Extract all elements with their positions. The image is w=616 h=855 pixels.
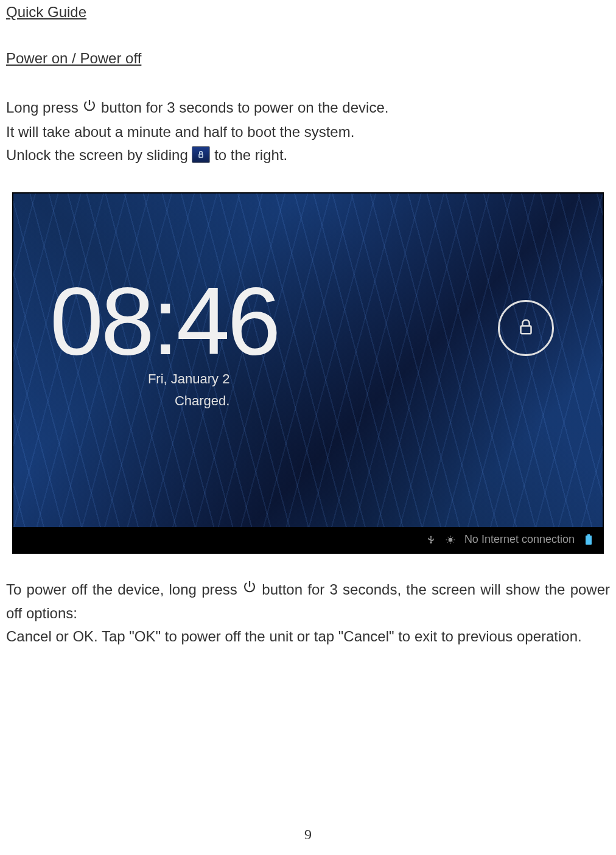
lockscreen-screenshot: 08:46 Fri, January 2 Charged. No Interne…	[12, 192, 604, 554]
page-number: 9	[0, 826, 616, 843]
paragraph-options: Cancel or OK. Tap "OK" to power off the …	[6, 625, 610, 648]
svg-rect-4	[587, 534, 590, 536]
paragraph-power-on: Long press button for 3 seconds to power…	[6, 96, 610, 120]
power-icon	[82, 96, 97, 119]
section-heading: Power on / Power off	[6, 50, 610, 67]
svg-rect-0	[199, 155, 203, 158]
clock-widget: 08:46 Fri, January 2 Charged.	[50, 273, 278, 409]
doc-title: Quick Guide	[6, 4, 610, 21]
charge-status: Charged.	[50, 393, 278, 409]
svg-rect-3	[586, 536, 592, 545]
status-bar: No Internet connection	[13, 527, 603, 553]
network-status-text: No Internet connection	[464, 533, 575, 546]
paragraph-unlock: Unlock the screen by sliding to the righ…	[6, 144, 610, 167]
usb-icon	[425, 534, 436, 545]
paragraph-boot-time: It will take about a minute and half to …	[6, 120, 610, 144]
power-icon	[242, 578, 257, 601]
text-fragment: button for 3 seconds to power on the dev…	[101, 99, 388, 116]
svg-rect-1	[521, 326, 531, 333]
paragraph-power-off: To power off the device, long press butt…	[6, 578, 610, 626]
battery-icon	[583, 534, 594, 545]
text-fragment: to the right.	[214, 147, 287, 163]
text-fragment: To power off the device, long press	[6, 581, 242, 598]
svg-point-2	[449, 537, 453, 542]
unlock-slider-icon	[192, 146, 210, 163]
text-fragment: Long press	[6, 99, 82, 116]
lock-ring[interactable]	[498, 300, 554, 356]
clock-time: 08:46	[50, 273, 278, 369]
text-fragment: Unlock the screen by sliding	[6, 147, 192, 163]
debug-icon	[445, 534, 456, 545]
lock-icon	[516, 316, 536, 340]
